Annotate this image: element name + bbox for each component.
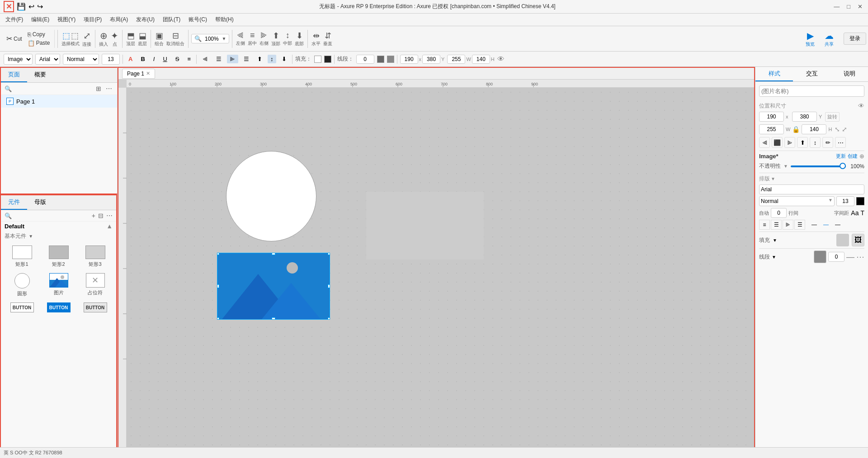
category-expand-icon[interactable]: ▲ <box>106 222 113 230</box>
line-space-input[interactable] <box>771 208 787 218</box>
text-align-justify-button[interactable]: ☰ <box>241 55 252 63</box>
save-icon[interactable]: 💾 <box>17 2 26 11</box>
page-item-1[interactable]: P Page 1 <box>1 95 117 108</box>
stroke-color-swatch[interactable] <box>377 56 384 63</box>
ungroup-button[interactable]: ⊟ 取消组合 <box>165 30 185 48</box>
tab-components[interactable]: 元件 <box>1 195 27 210</box>
text-align-left-prop[interactable]: ≡ <box>759 220 770 230</box>
align-left-button[interactable]: ⫷ 左侧 <box>235 30 246 47</box>
align-center-prop-btn[interactable]: ⬛ <box>772 137 783 148</box>
point-button[interactable]: ✦ 点 <box>110 29 119 48</box>
font-color-button[interactable]: A <box>126 55 135 63</box>
h-input[interactable]: 140 <box>472 55 490 64</box>
comp-btn1[interactable]: BUTTON <box>5 301 39 316</box>
shape-gray-rect[interactable] <box>366 192 484 260</box>
font-color-prop-swatch[interactable] <box>856 197 864 205</box>
share-button[interactable]: ☁ 共享 <box>821 28 837 49</box>
add-page-button[interactable]: ⊞ <box>94 85 103 93</box>
menu-team[interactable]: 团队(T) <box>159 14 184 25</box>
visibility-icon[interactable]: 👁 <box>497 55 505 63</box>
menu-view[interactable]: 视图(Y) <box>54 14 79 25</box>
login-button[interactable]: 登录 <box>844 33 866 45</box>
stroke-value-input[interactable]: 0 <box>356 55 374 64</box>
tab-masters[interactable]: 母版 <box>27 195 53 210</box>
undo-icon[interactable]: ↩ <box>28 2 34 11</box>
handle-tr[interactable] <box>328 253 330 255</box>
close-button[interactable]: ✕ <box>856 3 864 10</box>
strikethrough-button[interactable]: S <box>173 55 182 63</box>
canvas-content[interactable]: ▲ <box>127 88 754 457</box>
comp-placeholder[interactable]: ✕ 占位符 <box>78 271 113 299</box>
text-align-justify-prop[interactable]: ☰ <box>794 220 805 230</box>
select-mode-button[interactable]: ⬚ ⬚ 选择模式 <box>61 30 80 48</box>
font-select[interactable]: Arial <box>35 54 60 65</box>
font-size-input[interactable] <box>102 54 120 65</box>
comp-more-button[interactable]: ⋯ <box>106 212 113 219</box>
comp-rect1[interactable]: 矩形1 <box>5 244 39 269</box>
minimize-button[interactable]: — <box>832 3 841 10</box>
page-options-button[interactable]: ⋯ <box>104 85 113 93</box>
fill-color-swatch[interactable] <box>314 56 321 63</box>
tab-pages[interactable]: 页面 <box>1 68 27 82</box>
text-valign-top-prop[interactable]: — <box>809 220 820 230</box>
image-more-icon[interactable]: ⊕ <box>859 153 864 160</box>
comp-btn2[interactable]: BUTTON <box>41 301 76 316</box>
text-valign-mid-button[interactable]: ↕ <box>268 55 276 63</box>
maximize-button[interactable]: □ <box>845 3 852 10</box>
stroke-expand[interactable]: ▼ <box>772 255 776 260</box>
distribute-h-button[interactable]: ⇹ 水平 <box>311 30 321 48</box>
window-controls[interactable]: — □ ✕ <box>832 3 864 10</box>
visibility-toggle[interactable]: 👁 <box>858 102 864 109</box>
text-valign-btm-prop[interactable]: — <box>832 220 843 230</box>
style-input[interactable]: Normal <box>759 196 835 206</box>
menu-edit[interactable]: 编辑(E) <box>28 14 53 25</box>
pages-search-input[interactable] <box>14 85 93 92</box>
w-input[interactable]: 255 <box>447 55 465 64</box>
align-center-v-button[interactable]: ↕ 中部 <box>282 30 293 47</box>
comp-search-input[interactable] <box>14 212 90 219</box>
lock-aspect-icon[interactable]: 🔒 <box>792 126 800 133</box>
style-expand-icon[interactable]: ▼ <box>828 198 833 203</box>
bottom-layer-button[interactable]: ⬓ 底层 <box>137 30 148 48</box>
redo-icon[interactable]: ↪ <box>37 2 43 11</box>
connect-button[interactable]: ⤢ 连接 <box>81 29 92 48</box>
edit-icon-prop-btn[interactable]: ✏ <box>822 137 833 148</box>
comp-rect2[interactable]: 矩形2 <box>41 244 76 269</box>
preview-button[interactable]: ▶ 预览 <box>802 28 818 49</box>
stroke-style-swatch[interactable] <box>387 56 394 63</box>
distribute-v-button[interactable]: ⇵ 垂直 <box>322 30 333 48</box>
tab-overview[interactable]: 概要 <box>27 68 53 82</box>
canvas-tab-page1[interactable]: Page 1 ✕ <box>122 69 155 79</box>
y-input[interactable]: 380 <box>422 55 440 64</box>
category-expand-arrow[interactable]: ▼ <box>28 234 33 239</box>
text-align-right-prop[interactable]: ⫸ <box>783 220 793 230</box>
update-image-button[interactable]: 更新 <box>836 153 846 160</box>
element-type-select[interactable]: Image <box>4 54 33 65</box>
text-align-right-button[interactable]: ⫸ <box>227 55 238 63</box>
comp-image[interactable]: 图片 <box>41 271 76 299</box>
align-right-prop-btn[interactable]: ⫸ <box>784 137 795 148</box>
text-valign-bottom-button[interactable]: ⬇ <box>279 55 289 63</box>
comp-rect3[interactable]: 矩形3 <box>78 244 113 269</box>
handle-br[interactable] <box>328 317 330 320</box>
more-prop-btn[interactable]: ⋯ <box>835 137 846 148</box>
fill-expand[interactable]: ▼ <box>773 238 777 243</box>
zoom-dropdown-icon[interactable]: ▼ <box>222 36 226 41</box>
canvas-tab-close[interactable]: ✕ <box>146 71 150 76</box>
create-label[interactable]: 创建 <box>848 153 858 160</box>
align-bottom-button[interactable]: ⬇ 底部 <box>294 30 305 48</box>
prop-y-input[interactable]: 380 <box>792 112 817 122</box>
stroke-style-icon2[interactable]: ⋯ <box>856 252 864 262</box>
add-comp-button[interactable]: + <box>92 212 95 219</box>
text-align-left-button[interactable]: ⫷ <box>199 55 211 63</box>
group-button[interactable]: ▣ 组合 <box>154 30 165 48</box>
handle-bl[interactable] <box>217 317 219 320</box>
fill-color-prop-swatch[interactable] <box>836 234 849 246</box>
shape-selected-image[interactable]: ▲ <box>217 253 330 320</box>
underline-button[interactable]: U <box>160 55 170 63</box>
italic-button[interactable]: I <box>151 55 158 63</box>
menu-help[interactable]: 帮助(H) <box>212 14 237 25</box>
prop-w-input[interactable]: 255 <box>759 124 784 134</box>
fill-image-prop-btn[interactable]: 🖼 <box>852 234 864 246</box>
stroke-style-icon1[interactable]: — <box>846 252 854 262</box>
